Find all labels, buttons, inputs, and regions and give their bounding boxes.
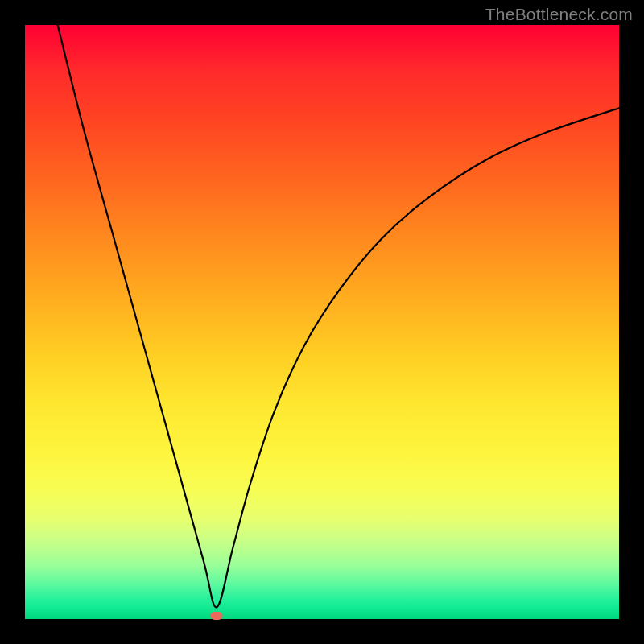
chart-frame: TheBottleneck.com (0, 0, 644, 644)
minimum-marker (211, 612, 223, 620)
curve-svg (25, 25, 619, 619)
bottleneck-curve (58, 25, 619, 607)
watermark-text: TheBottleneck.com (485, 5, 633, 24)
plot-area (25, 25, 619, 619)
